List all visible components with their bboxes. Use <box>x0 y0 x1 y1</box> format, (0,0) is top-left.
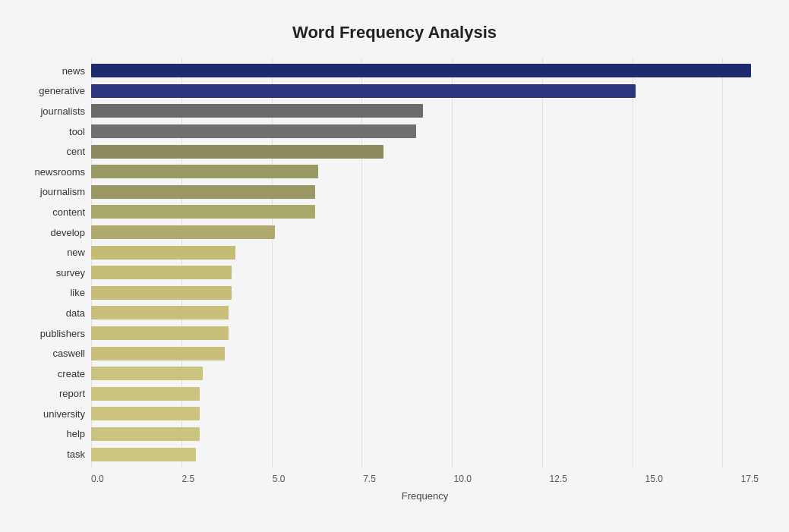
bar <box>91 246 235 260</box>
bar-row: survey <box>91 264 759 281</box>
bar <box>91 387 200 401</box>
bar <box>91 367 203 380</box>
bar <box>91 266 232 279</box>
x-tick: 15.0 <box>645 474 663 484</box>
bar <box>91 104 423 118</box>
bar-row: caswell <box>91 345 759 362</box>
bar-label: content <box>9 206 85 218</box>
chart-title: Word Frequency Analysis <box>30 23 759 42</box>
bar-label: like <box>9 287 85 298</box>
bar-row: task <box>91 446 759 463</box>
bar-row: like <box>91 285 759 301</box>
bar <box>91 145 383 159</box>
bar-row: data <box>91 304 759 321</box>
bar-row: newsrooms <box>91 163 759 180</box>
bar-row: news <box>91 62 759 79</box>
bar-label: journalists <box>9 105 85 117</box>
x-tick: 7.5 <box>363 474 376 484</box>
bar-label: news <box>9 65 85 77</box>
bar-row: cent <box>91 143 759 160</box>
x-ticks: 0.02.55.07.510.012.515.017.5 <box>91 474 759 484</box>
bar <box>91 448 196 461</box>
bar-label: report <box>9 388 85 399</box>
bar <box>91 286 232 300</box>
bar-label: journalism <box>9 186 85 197</box>
bar-row: report <box>91 386 759 402</box>
bar-label: newsrooms <box>9 166 85 178</box>
bar <box>91 205 315 219</box>
bar-label: new <box>9 247 85 258</box>
bar-row: help <box>91 426 759 442</box>
x-tick: 2.5 <box>181 474 194 484</box>
bar-label: data <box>9 307 85 319</box>
bar-row: tool <box>91 123 759 140</box>
bar <box>91 165 318 178</box>
bar <box>91 407 200 420</box>
bar <box>91 225 275 239</box>
bar-row: content <box>91 203 759 220</box>
bar-label: publishers <box>9 328 85 339</box>
bar-label: help <box>9 428 85 439</box>
x-tick: 12.5 <box>550 474 567 484</box>
bar-label: generative <box>9 85 85 96</box>
bar <box>91 185 315 199</box>
x-tick: 5.0 <box>273 474 286 484</box>
bar <box>91 64 751 77</box>
bar <box>91 427 200 441</box>
x-tick: 10.0 <box>454 474 472 484</box>
bar-row: generative <box>91 83 759 99</box>
bar-row: university <box>91 405 759 422</box>
x-tick: 17.5 <box>741 474 759 484</box>
bar-row: develop <box>91 224 759 241</box>
x-axis: 0.02.55.07.510.012.515.017.5 Frequency <box>91 467 759 498</box>
bar-row: journalism <box>91 184 759 200</box>
chart-area: newsgenerativejournaliststoolcentnewsroo… <box>91 58 759 498</box>
bar <box>91 326 229 340</box>
chart-container: Word Frequency Analysis newsgenerativejo… <box>8 8 781 532</box>
bar-label: survey <box>9 267 85 279</box>
x-axis-label: Frequency <box>91 490 759 502</box>
bar-label: caswell <box>9 348 85 359</box>
bar-row: create <box>91 365 759 382</box>
bar-label: task <box>9 449 85 460</box>
bars-area: newsgenerativejournaliststoolcentnewsroo… <box>91 58 759 467</box>
bar-label: university <box>9 408 85 420</box>
bar-label: create <box>9 368 85 379</box>
bar <box>91 124 416 138</box>
bar-row: publishers <box>91 325 759 342</box>
bar <box>91 306 229 320</box>
bar <box>91 84 636 98</box>
bar-label: tool <box>9 126 85 137</box>
bar-label: cent <box>9 146 85 157</box>
bar-row: new <box>91 244 759 261</box>
bar <box>91 347 225 360</box>
x-tick: 0.0 <box>91 474 104 484</box>
bar-label: develop <box>9 227 85 238</box>
bar-row: journalists <box>91 102 759 119</box>
